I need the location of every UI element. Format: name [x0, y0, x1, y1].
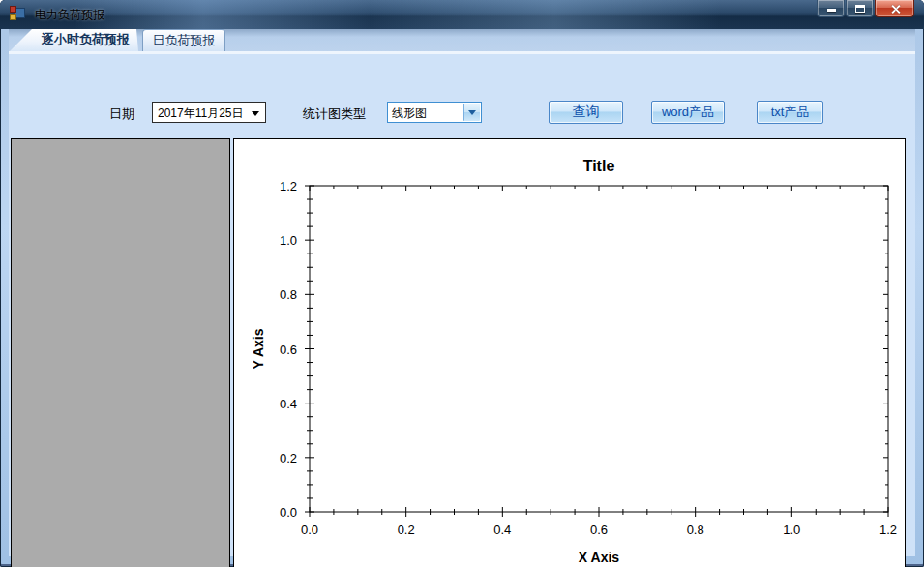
svg-text:0.0: 0.0: [301, 522, 318, 537]
date-picker[interactable]: 2017年11月25日: [152, 102, 266, 123]
title-bar[interactable]: 电力负荷预报: [0, 0, 924, 29]
result-list-panel: [11, 138, 230, 567]
svg-text:1.2: 1.2: [879, 522, 897, 537]
window-title: 电力负荷预报: [35, 7, 104, 23]
word-export-button[interactable]: word产品: [651, 101, 725, 124]
chart-type-label: 统计图类型: [303, 105, 366, 123]
minimize-button[interactable]: [817, 0, 845, 17]
chart-canvas: 0.00.20.40.60.81.01.20.00.20.40.60.81.01…: [234, 139, 905, 567]
tab-hourly-forecast[interactable]: 逐小时负荷预报: [10, 29, 138, 51]
tab-daily-forecast[interactable]: 日负荷预报: [142, 29, 225, 51]
date-picker-value: 2017年11月25日: [158, 106, 244, 120]
svg-text:0.8: 0.8: [687, 522, 704, 537]
svg-text:1.0: 1.0: [280, 233, 297, 248]
client-area: 逐小时负荷预报 日负荷预报 日期 2017年11月25日 统计图类型 线形图 查…: [9, 29, 915, 556]
close-button[interactable]: [875, 0, 914, 17]
minimize-icon: [827, 9, 836, 12]
svg-text:1.0: 1.0: [783, 522, 800, 537]
chevron-down-icon[interactable]: [463, 104, 480, 121]
svg-text:0.2: 0.2: [398, 522, 415, 537]
maximize-button[interactable]: [846, 0, 874, 17]
app-icon: [10, 6, 25, 21]
app-icon-part: [10, 6, 16, 13]
query-button[interactable]: 查询: [549, 101, 623, 124]
svg-text:0.4: 0.4: [280, 397, 297, 411]
chevron-down-icon[interactable]: [252, 111, 259, 116]
maximize-icon: [855, 5, 865, 13]
tab-strip: 逐小时负荷预报 日负荷预报: [9, 29, 915, 51]
svg-text:Y Axis: Y Axis: [251, 328, 266, 369]
app-icon-part: [10, 14, 16, 20]
chart-type-select[interactable]: 线形图: [387, 102, 482, 123]
close-icon: [890, 4, 901, 15]
date-label: 日期: [109, 105, 134, 123]
chart-type-value: 线形图: [392, 106, 427, 120]
svg-text:0.6: 0.6: [590, 522, 608, 537]
svg-text:Title: Title: [583, 158, 615, 174]
svg-text:0.4: 0.4: [493, 522, 511, 537]
app-window: 电力负荷预报 逐小时负荷预报 日负荷预报 日期 2017年11月25日: [0, 0, 924, 567]
svg-text:1.2: 1.2: [280, 179, 297, 194]
svg-text:X Axis: X Axis: [579, 550, 619, 565]
svg-text:0.0: 0.0: [280, 505, 297, 520]
tab-page: 日期 2017年11月25日 统计图类型 线形图 查询 word产品 txt产品…: [9, 51, 915, 556]
svg-text:0.8: 0.8: [280, 287, 297, 302]
txt-export-button[interactable]: txt产品: [757, 101, 823, 124]
svg-text:0.2: 0.2: [280, 451, 297, 465]
svg-text:0.6: 0.6: [280, 343, 297, 357]
window-controls: [816, 0, 914, 17]
chart-panel: 0.00.20.40.60.81.01.20.00.20.40.60.81.01…: [233, 138, 906, 567]
